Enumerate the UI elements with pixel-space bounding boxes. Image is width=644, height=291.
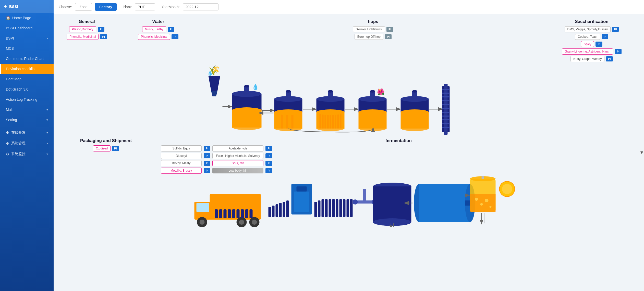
sac-pi-btn-2[interactable]: PI	[602, 34, 608, 39]
water-tag-row-1: Musty, Earthy PI	[142, 26, 175, 32]
ferm-right-pi-2[interactable]: PI	[265, 153, 272, 158]
zone-button[interactable]: Zone	[75, 3, 92, 11]
sac-tag-row-3: Spicy PI	[581, 41, 602, 47]
hops-tag-1: Skunky, Lightstruck	[353, 26, 385, 32]
chevron-icon: ▼	[46, 108, 48, 111]
svg-rect-65	[442, 127, 450, 128]
factory-button[interactable]: Factory	[95, 3, 117, 11]
sac-pi-btn-5[interactable]: PI	[606, 56, 613, 61]
ferm-left-tag-2: Diacetyl	[161, 153, 202, 159]
hops-tag-row-2: Euro hop,Off hop PI	[355, 34, 392, 40]
chevron-icon: ▼	[46, 119, 48, 121]
sidebar-item-home[interactable]: 🏠 Home Page	[0, 13, 54, 23]
svg-text:💧: 💧	[252, 83, 259, 90]
yearmonth-input[interactable]	[183, 3, 218, 10]
svg-rect-92	[286, 200, 289, 217]
svg-point-8	[232, 107, 262, 113]
svg-rect-97	[318, 200, 321, 217]
svg-rect-61	[442, 112, 450, 113]
general-tag-2: Phenolic, Medicinal	[67, 34, 99, 40]
svg-point-124	[490, 206, 492, 208]
saccharification-title: Saccharification	[575, 19, 608, 24]
ferm-left-tag-1: Sulfidy, Eggy	[161, 145, 202, 151]
sidebar-item-setting[interactable]: Setting ▼	[0, 115, 54, 125]
choose-label: Choose:	[59, 5, 72, 9]
gear-icon: ⚙	[6, 141, 9, 145]
sidebar-item-sys-monitor[interactable]: ⚙ 系统监控 ▼	[0, 149, 54, 159]
svg-rect-58	[442, 100, 450, 101]
gear-icon: ⚙	[6, 152, 9, 156]
fermentation-section: fermentation Sulfidy, Eggy PI Acetaldehy…	[161, 138, 636, 174]
ferm-right-pi-4[interactable]: PI	[265, 168, 272, 173]
packaging-tag-row: Oxidized PI	[93, 145, 119, 151]
sidebar-item-sys-mgmt[interactable]: ⚙ 系统管理 ▼	[0, 138, 54, 149]
water-section: Water Musty, Earthy PI Phenolic, Medicin…	[117, 19, 199, 41]
svg-rect-98	[322, 199, 324, 217]
sac-tag-2: Cooked, Toast	[575, 34, 600, 40]
hops-title: hops	[368, 19, 378, 24]
sac-pi-btn-3[interactable]: PI	[596, 42, 602, 47]
sidebar-item-bspi[interactable]: BSPI ▼	[0, 33, 54, 43]
svg-marker-2	[211, 91, 217, 96]
water-tag-row-2: Phenolic, Medicinal PI	[138, 34, 178, 40]
scroll-indicator: ▼	[639, 150, 644, 155]
svg-point-123	[485, 199, 489, 202]
plant-select[interactable]: PUT	[135, 3, 155, 10]
sac-pi-btn-4[interactable]: PI	[615, 49, 621, 54]
packaging-tag-1: Oxidized	[93, 145, 111, 151]
sidebar-item-heat-map[interactable]: Heat Map	[0, 74, 54, 84]
ferm-left-pi-3[interactable]: PI	[204, 161, 210, 166]
ferm-right-pi-3[interactable]: PI	[265, 161, 272, 166]
ferm-left-pi-2[interactable]: PI	[204, 153, 210, 158]
packaging-section: Packaging and Shipment Oxidized PI	[61, 138, 151, 153]
home-icon: 🏠	[6, 16, 10, 20]
svg-rect-90	[279, 203, 282, 217]
sidebar-item-dot-graph[interactable]: Dot Graph 3.0	[0, 84, 54, 94]
sidebar-item-comments-radar[interactable]: Comments Radar Chart	[0, 54, 54, 64]
sac-tag-row-2: Cooked, Toast PI	[575, 34, 609, 40]
svg-rect-106	[350, 199, 353, 217]
water-pi-btn-2[interactable]: PI	[172, 34, 178, 39]
ferm-left-pi-1[interactable]: PI	[204, 146, 210, 151]
sac-tag-4: Grainy,Lingering, Astrigent, Harsh	[562, 48, 613, 55]
sidebar-item-bssi-dashboard[interactable]: BSSI Dashboard	[0, 23, 54, 33]
svg-rect-100	[329, 199, 331, 217]
diagram-area: General Plastic,Rubbery PI Phenolic, Med…	[54, 14, 644, 291]
sidebar-item-action-log[interactable]: Action Log Tracking	[0, 94, 54, 105]
hops-pi-btn-2[interactable]: PI	[385, 34, 392, 39]
ferm-right-tag-4: Low body thin	[212, 168, 263, 173]
logo-icon: ◈	[4, 4, 7, 9]
sidebar-item-online-dev[interactable]: ⚙ 在线开发 ▼	[0, 127, 54, 138]
ferm-right-pi-1[interactable]: PI	[265, 146, 272, 151]
chevron-icon: ▼	[46, 131, 48, 134]
svg-point-113	[373, 218, 411, 226]
sac-tag-3: Spicy	[581, 41, 594, 47]
general-title: General	[79, 19, 95, 24]
main-content: Choose: Zone Factory Plant: PUT YearMont…	[54, 0, 644, 291]
sidebar-item-deviation-checklist[interactable]: Deviation checklist	[0, 64, 54, 74]
svg-point-19	[274, 109, 302, 115]
svg-point-75	[239, 220, 244, 225]
ferm-right-tag-3: Sour, tart	[212, 160, 263, 166]
svg-rect-94	[294, 192, 309, 212]
svg-rect-112	[373, 186, 411, 222]
packaging-pi-btn[interactable]: PI	[112, 146, 119, 151]
general-pi-btn-1[interactable]: PI	[98, 27, 104, 32]
general-section: General Plastic,Rubbery PI Phenolic, Med…	[61, 19, 112, 41]
general-pi-btn-2[interactable]: PI	[100, 34, 107, 39]
svg-rect-108	[355, 200, 374, 204]
svg-rect-105	[347, 199, 349, 217]
ferm-left-pi-4[interactable]: PI	[204, 168, 210, 173]
packaging-title: Packaging and Shipment	[80, 138, 132, 143]
svg-rect-81	[228, 209, 231, 218]
sidebar-item-mcs[interactable]: MCS	[0, 43, 54, 54]
hops-pi-btn-1[interactable]: PI	[386, 27, 393, 32]
svg-rect-87	[269, 207, 271, 217]
svg-rect-91	[283, 202, 285, 217]
sidebar-item-malt[interactable]: Malt ▼	[0, 105, 54, 115]
sac-tag-row-1: DMS, Veggie, Sprouty,Grassy PI	[565, 26, 619, 32]
water-pi-btn-1[interactable]: PI	[168, 27, 174, 32]
sac-pi-btn-1[interactable]: PI	[612, 27, 619, 32]
svg-rect-79	[219, 209, 222, 218]
svg-rect-96	[314, 202, 317, 217]
